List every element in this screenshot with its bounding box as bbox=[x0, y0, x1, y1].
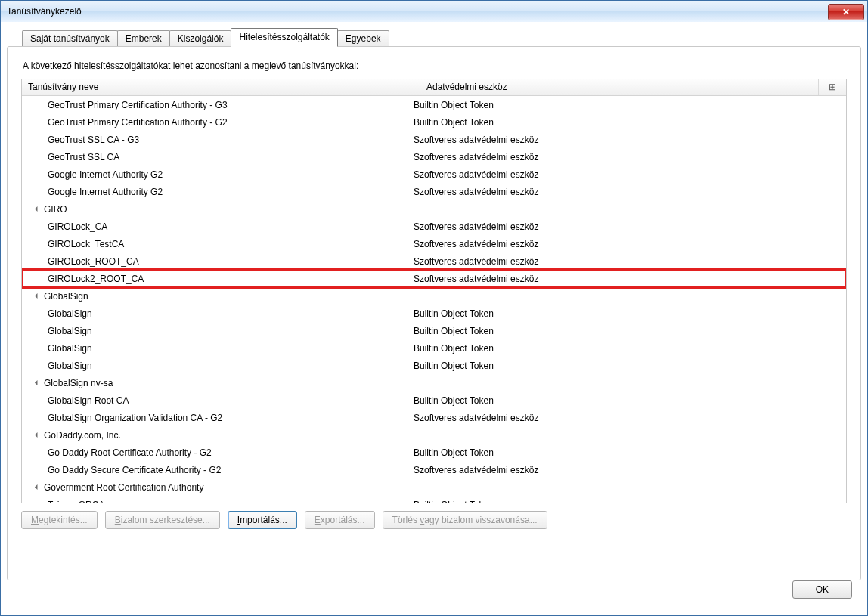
cert-name: GIROLock_TestCA bbox=[22, 239, 408, 249]
cert-device: Builtin Object Token bbox=[408, 500, 846, 503]
cert-name: GIROLock_CA bbox=[22, 221, 408, 232]
table-row[interactable]: GlobalSign Organization Validation CA - … bbox=[22, 409, 846, 426]
tabstrip: Saját tanúsítványok Emberek Kiszolgálók … bbox=[22, 28, 861, 46]
close-icon: ✕ bbox=[842, 7, 850, 17]
cert-name: GeoTrust Primary Certification Authority… bbox=[22, 117, 408, 128]
cert-name: GeoTrust SSL CA bbox=[22, 152, 408, 163]
cert-device: Builtin Object Token bbox=[408, 447, 846, 458]
cert-device: Builtin Object Token bbox=[408, 100, 846, 110]
tab-others[interactable]: Egyebek bbox=[337, 30, 389, 47]
col-header-name[interactable]: Tanúsítvány neve bbox=[22, 79, 420, 95]
table-body[interactable]: GeoTrust Primary Certification Authority… bbox=[22, 96, 846, 503]
ok-button[interactable]: OK bbox=[792, 580, 852, 599]
table-row[interactable]: Go Daddy Root Certificate Authority - G2… bbox=[22, 444, 846, 461]
group-label: GIRO bbox=[44, 204, 67, 215]
cert-device: Szoftveres adatvédelmi eszköz bbox=[408, 135, 846, 145]
cert-name: Go Daddy Root Certificate Authority - G2 bbox=[22, 447, 408, 458]
cert-device: Builtin Object Token bbox=[408, 117, 846, 128]
delete-button[interactable]: Törlés vagy bizalom visszavonása... bbox=[383, 511, 547, 529]
group-label: Government Root Certification Authority bbox=[44, 482, 203, 493]
cert-name: Google Internet Authority G2 bbox=[22, 187, 408, 197]
table-row[interactable]: GIROLock2_ROOT_CASzoftveres adatvédelmi … bbox=[22, 270, 846, 287]
table-row[interactable]: GlobalSignBuiltin Object Token bbox=[22, 322, 846, 339]
table-row[interactable]: GIROLock_TestCASzoftveres adatvédelmi es… bbox=[22, 235, 846, 252]
tab-people[interactable]: Emberek bbox=[117, 30, 170, 47]
import-button[interactable]: Importálás... bbox=[228, 511, 297, 529]
cert-device: Szoftveres adatvédelmi eszköz bbox=[408, 256, 846, 267]
cert-table: Tanúsítvány neve Adatvédelmi eszköz ⊞ Ge… bbox=[21, 79, 847, 503]
cert-device: Builtin Object Token bbox=[408, 326, 846, 336]
cert-device: Szoftveres adatvédelmi eszköz bbox=[408, 239, 846, 249]
cert-name: GeoTrust Primary Certification Authority… bbox=[22, 100, 408, 110]
table-group-row[interactable]: Government Root Certification Authority bbox=[22, 478, 846, 496]
view-button[interactable]: Megtekintés... bbox=[21, 511, 98, 529]
window-frame: Tanúsítványkezelő ✕ Saját tanúsítványok … bbox=[0, 0, 868, 616]
cert-device: Szoftveres adatvédelmi eszköz bbox=[408, 152, 846, 163]
disclosure-triangle-icon[interactable] bbox=[35, 293, 40, 299]
cert-name: GeoTrust SSL CA - G3 bbox=[22, 135, 408, 145]
table-row[interactable]: GeoTrust Primary Certification Authority… bbox=[22, 113, 846, 131]
table-row[interactable]: GeoTrust SSL CA - G3Szoftveres adatvédel… bbox=[22, 131, 846, 148]
group-label: GoDaddy.com, Inc. bbox=[44, 430, 121, 441]
window-title: Tanúsítványkezelő bbox=[7, 6, 828, 17]
disclosure-triangle-icon[interactable] bbox=[35, 432, 40, 438]
cert-name: GlobalSign bbox=[22, 308, 408, 319]
cert-name: GlobalSign bbox=[22, 361, 408, 371]
cert-name: GIROLock_ROOT_CA bbox=[22, 256, 408, 267]
col-header-device[interactable]: Adatvédelmi eszköz bbox=[420, 79, 819, 95]
cert-name: GlobalSign Organization Validation CA - … bbox=[22, 413, 408, 423]
group-label: GlobalSign bbox=[44, 291, 88, 302]
cert-device: Szoftveres adatvédelmi eszköz bbox=[408, 274, 846, 284]
tab-servers[interactable]: Kiszolgálók bbox=[169, 30, 232, 47]
tab-own-certs[interactable]: Saját tanúsítványok bbox=[22, 30, 118, 47]
client-area: Saját tanúsítványok Emberek Kiszolgálók … bbox=[7, 28, 861, 608]
table-row[interactable]: GIROLock_ROOT_CASzoftveres adatvédelmi e… bbox=[22, 252, 846, 270]
button-row: Megtekintés... Bizalom szerkesztése... I… bbox=[21, 511, 847, 529]
table-row[interactable]: Go Daddy Secure Certificate Authority - … bbox=[22, 461, 846, 478]
panel-description: A következő hitelesítésszolgáltatókat le… bbox=[23, 60, 847, 71]
cert-device: Szoftveres adatvédelmi eszköz bbox=[408, 187, 846, 197]
cert-name: GlobalSign bbox=[22, 343, 408, 354]
group-label: GlobalSign nv-sa bbox=[44, 378, 113, 388]
table-row[interactable]: GlobalSignBuiltin Object Token bbox=[22, 357, 846, 374]
tab-panel: A következő hitelesítésszolgáltatókat le… bbox=[7, 46, 861, 580]
column-picker-icon[interactable]: ⊞ bbox=[819, 79, 846, 95]
cert-name: GlobalSign Root CA bbox=[22, 395, 408, 406]
cert-device: Szoftveres adatvédelmi eszköz bbox=[408, 413, 846, 423]
table-group-row[interactable]: GIRO bbox=[22, 200, 846, 218]
table-row[interactable]: GlobalSignBuiltin Object Token bbox=[22, 339, 846, 357]
table-row[interactable]: GlobalSignBuiltin Object Token bbox=[22, 305, 846, 322]
cert-name: GlobalSign bbox=[22, 326, 408, 336]
table-group-row[interactable]: GlobalSign nv-sa bbox=[22, 374, 846, 392]
cert-name: Go Daddy Secure Certificate Authority - … bbox=[22, 465, 408, 475]
table-group-row[interactable]: GoDaddy.com, Inc. bbox=[22, 426, 846, 444]
cert-name: Google Internet Authority G2 bbox=[22, 169, 408, 180]
table-header: Tanúsítvány neve Adatvédelmi eszköz ⊞ bbox=[22, 79, 846, 96]
cert-device: Szoftveres adatvédelmi eszköz bbox=[408, 169, 846, 180]
edit-trust-button[interactable]: Bizalom szerkesztése... bbox=[105, 511, 220, 529]
export-button[interactable]: Exportálás... bbox=[305, 511, 375, 529]
disclosure-triangle-icon[interactable] bbox=[35, 380, 40, 385]
disclosure-triangle-icon[interactable] bbox=[35, 484, 40, 490]
table-row[interactable]: GIROLock_CASzoftveres adatvédelmi eszköz bbox=[22, 218, 846, 235]
cert-name: GIROLock2_ROOT_CA bbox=[22, 274, 408, 284]
cert-device: Builtin Object Token bbox=[408, 395, 846, 406]
cert-device: Szoftveres adatvédelmi eszköz bbox=[408, 465, 846, 475]
titlebar: Tanúsítványkezelő ✕ bbox=[1, 1, 867, 22]
table-row[interactable]: Google Internet Authority G2Szoftveres a… bbox=[22, 166, 846, 183]
cert-device: Builtin Object Token bbox=[408, 343, 846, 354]
table-row[interactable]: Taiwan GRCABuiltin Object Token bbox=[22, 496, 846, 503]
cert-device: Szoftveres adatvédelmi eszköz bbox=[408, 221, 846, 232]
dialog-footer: OK bbox=[792, 580, 852, 599]
window-close-button[interactable]: ✕ bbox=[828, 4, 864, 20]
table-row[interactable]: GeoTrust SSL CASzoftveres adatvédelmi es… bbox=[22, 148, 846, 166]
cert-name: Taiwan GRCA bbox=[22, 500, 408, 503]
tab-authorities[interactable]: Hitelesítésszolgáltatók bbox=[231, 28, 337, 47]
table-row[interactable]: GeoTrust Primary Certification Authority… bbox=[22, 96, 846, 113]
disclosure-triangle-icon[interactable] bbox=[35, 206, 40, 212]
cert-device: Builtin Object Token bbox=[408, 361, 846, 371]
table-group-row[interactable]: GlobalSign bbox=[22, 287, 846, 305]
table-row[interactable]: Google Internet Authority G2Szoftveres a… bbox=[22, 183, 846, 200]
cert-device: Builtin Object Token bbox=[408, 308, 846, 319]
table-row[interactable]: GlobalSign Root CABuiltin Object Token bbox=[22, 392, 846, 409]
